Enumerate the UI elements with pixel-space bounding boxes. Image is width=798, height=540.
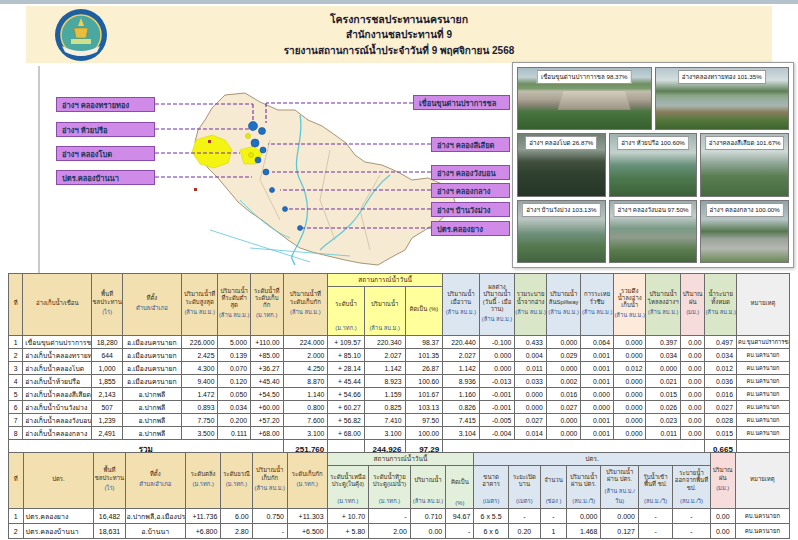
- table-cell: 0.000: [646, 362, 681, 375]
- table-cell: 4: [9, 375, 23, 388]
- table-cell: 6: [9, 401, 23, 414]
- table-cell: 3: [9, 362, 23, 375]
- table-cell: + 5.80: [327, 524, 369, 539]
- table-cell: 100.00: [405, 427, 443, 440]
- table-cell: 0.027: [546, 401, 581, 414]
- table-cell: 0.000: [613, 336, 646, 349]
- col-location: ที่ตั้งตำบล/อำเภอ: [122, 274, 181, 336]
- table-cell: 0.111: [218, 427, 251, 440]
- table-cell: 2.027: [443, 349, 480, 362]
- table-cell: 0.021: [646, 375, 681, 388]
- table-cell: 0.000: [581, 401, 614, 414]
- map-label-khlong-klang: อ่างฯ คลองกลาง: [431, 183, 510, 198]
- table-cell: 0.200: [218, 414, 251, 427]
- col-location: ที่ตั้งตำบล/อำเภอ: [125, 453, 185, 509]
- table-cell: -0.001: [479, 401, 515, 414]
- table-cell: คบ.ขุนด่านปราการชล: [736, 336, 789, 349]
- table-cell: +36.27: [250, 362, 283, 375]
- table-cell: 0.012: [613, 362, 646, 375]
- table-cell: 0.004: [515, 349, 547, 362]
- map-label-si-siat: อ่างฯ คลองสีเสียด: [431, 137, 510, 152]
- table-cell: 0.000: [581, 388, 614, 401]
- table-cell: 0.011: [515, 362, 547, 375]
- table-cell: -: [252, 524, 287, 539]
- table-cell: 0.000: [479, 362, 515, 375]
- photo-khlong-sai-thong: อ่างฯคลองทรายทอง 101.35%: [655, 67, 790, 130]
- col-downstream-level: ระดับน้ำท้ายประตู(แม่น้ำ)(ม.รทก.): [369, 466, 411, 509]
- table-cell: 0.00: [681, 336, 705, 349]
- table-cell: 0.000: [515, 388, 547, 401]
- table-cell: + 60.27: [328, 401, 365, 414]
- photo-caption: อ่างฯ คลองวังบอน 97.50%: [613, 203, 692, 217]
- table-cell: 2.425: [181, 349, 218, 362]
- table-cell: 7.410: [364, 414, 405, 427]
- table-cell: 8.870: [283, 375, 328, 388]
- table-cell: อ.บ้านนา: [125, 524, 185, 539]
- table-cell: 100.60: [405, 375, 443, 388]
- col-upstream-level: ระดับน้ำเหนือประตู(ในคุ้ง)(ม.รทก.): [327, 466, 369, 509]
- table-cell: อ.ปากพลี: [122, 414, 181, 427]
- report-page: โครงการชลประทานนครนายก สำนักงานชลประทานท…: [0, 0, 798, 540]
- col-retention-level: ระดับเก็บกัก(ม.รทก.): [288, 453, 328, 509]
- photo-caption: อ่างฯคลองสีเสียด 101.67%: [705, 136, 785, 150]
- photo-khun-dan-dam: เขื่อนขุนด่านปราการชล 98.37%: [517, 67, 652, 130]
- table-cell: 0.015: [705, 427, 737, 440]
- table-cell: 2.80: [221, 524, 252, 539]
- col-bank-level: ระดับตลิ่ง(ม.รทก.): [185, 453, 220, 509]
- table-cell: 0.000: [546, 414, 581, 427]
- table-cell: 0.710: [410, 509, 445, 524]
- table-cell: -: [673, 524, 710, 539]
- table-cell: 0.026: [646, 401, 681, 414]
- table-cell: 1.159: [364, 388, 405, 401]
- table-cell: 0.029: [546, 349, 581, 362]
- table-cell: 101.35: [405, 349, 443, 362]
- table-cell: -0.100: [479, 336, 515, 349]
- table-cell: 0.033: [515, 375, 547, 388]
- photo-caption: เขื่อนขุนด่านปราการชล 98.37%: [537, 70, 631, 84]
- table-cell: 0.000: [546, 362, 581, 375]
- photo-caption: อ่างฯ บ้านวังม่วง 103.13%: [522, 203, 600, 217]
- table-cell: อ.เมืองนครนายก: [122, 336, 181, 349]
- map-label-huai-prue: อ่างฯ ห้วยปรือ: [56, 122, 155, 137]
- table-cell: +85.00: [250, 349, 283, 362]
- table-cell: 0.825: [364, 401, 405, 414]
- regulator-table: ที่ ปตร. พื้นที่ชลประทาน(ไร่) ที่ตั้งตำบ…: [8, 452, 790, 539]
- table-cell: 0.011: [646, 427, 681, 440]
- table-cell: 0.000: [613, 375, 646, 388]
- group-gate: ปตร.: [474, 453, 710, 466]
- table-cell: 0.800: [283, 401, 328, 414]
- table-cell: -0.013: [479, 375, 515, 388]
- col-flow-cms: ปริมาณน้ำผ่าน ปตร.(ลบ.ม./วิ): [567, 466, 601, 509]
- table-cell: 0.000: [546, 427, 581, 440]
- table-cell: 8.936: [443, 375, 480, 388]
- table-cell: 1,000: [92, 362, 123, 375]
- table-cell: 1,239: [92, 414, 123, 427]
- table-cell: คบ.นครนายก: [736, 427, 789, 440]
- col-min-volume: ปริมาณน้ำที่ระดับต่ำสุด(ล้าน ลบ.ม.): [218, 274, 251, 336]
- table-cell: 1.142: [364, 362, 405, 375]
- reservoir-table: ที่ อ่างเก็บน้ำ/เขื่อน พื้นที่ชลประทาน(ไ…: [8, 273, 790, 460]
- col-no: ที่: [9, 274, 23, 336]
- table-cell: คบ.นครนายก: [735, 509, 789, 524]
- table-cell: +60.00: [250, 401, 283, 414]
- table-cell: 7.600: [283, 414, 328, 427]
- col-intake: รับน้ำเข้าพื้นที่ ชป.(ลบ.ม./วิ): [638, 466, 672, 509]
- table-cell: -0.005: [479, 414, 515, 427]
- col-irrigated-area: พื้นที่ชลประทาน(ไร่): [92, 274, 123, 336]
- table-cell: คบ.นครนายก: [736, 401, 789, 414]
- table-cell: 1.468: [567, 524, 601, 539]
- table-cell: + 68.00: [328, 427, 365, 440]
- photo-khlong-klang: อ่างฯ คลองกลาง 100.00%: [700, 200, 789, 263]
- table-cell: เขื่อนขุนด่านปราการชล: [23, 336, 92, 349]
- table-cell: 0.893: [181, 401, 218, 414]
- col-today-volume: ปริมาณน้ำ(ล้าน ลบ.ม.): [410, 466, 445, 509]
- table-cell: 0.050: [218, 388, 251, 401]
- table-row: 7อ่างเก็บน้ำคลองวังบอน1,239อ.ปากพลี7.750…: [9, 414, 790, 427]
- col-no: ที่: [9, 453, 24, 509]
- table-cell: -: [369, 509, 411, 524]
- table-cell: 226.000: [181, 336, 218, 349]
- group-today-status: สถานการณ์น้ำวันนี้: [328, 274, 443, 287]
- table-cell: 0.034: [705, 349, 737, 362]
- table-cell: 1.472: [181, 388, 218, 401]
- table-cell: 0.064: [581, 336, 614, 349]
